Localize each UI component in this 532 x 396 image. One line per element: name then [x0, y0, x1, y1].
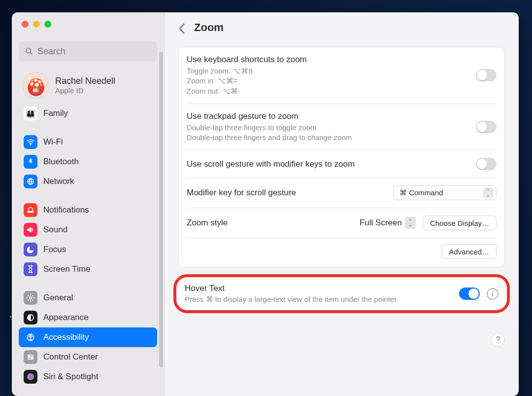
globe-icon	[24, 175, 37, 188]
select-value: ⌘ Command	[399, 188, 443, 197]
system-settings-window: 🍄 Rachel Needell Apple ID 👨‍👩‍👦 Family W…	[12, 12, 519, 396]
toggle-trackpad-gesture[interactable]	[476, 121, 497, 133]
sidebar-item-sound[interactable]: Sound	[19, 220, 157, 240]
sidebar-item-appearance[interactable]: Appearance	[19, 308, 157, 327]
svg-line-1	[30, 52, 32, 54]
bell-icon	[24, 203, 37, 217]
toggle-hover-text[interactable]	[459, 288, 480, 300]
sidebar-item-wi-fi[interactable]: Wi-Fi	[19, 132, 157, 152]
gear-icon	[24, 291, 37, 305]
svg-point-0	[26, 48, 31, 53]
sidebar-scrollbar[interactable]	[159, 52, 163, 367]
sidebar-item-control-center[interactable]: Control Center	[19, 347, 157, 367]
hover-text-title: Hover Text	[185, 284, 452, 293]
sidebar-item-bluetooth[interactable]: Bluetooth	[19, 152, 157, 172]
sidebar-item-screen-time[interactable]: Screen Time	[19, 259, 157, 279]
button-label: Choose Display…	[430, 219, 489, 227]
sidebar-item-label: Network	[43, 177, 74, 186]
👥-icon: 👨‍👩‍👦	[24, 107, 37, 120]
row-title: Use trackpad gesture to zoom	[187, 111, 476, 121]
header: Zoom	[165, 12, 519, 41]
sidebar-item-siri-spotlight[interactable]: Siri & Spotlight	[19, 367, 157, 387]
row-title: Use keyboard shortcuts to zoom	[187, 55, 476, 65]
row-keyboard-shortcuts: Use keyboard shortcuts to zoom Toggle zo…	[187, 47, 497, 104]
row-modifier-key: Modifier key for scroll gesture ⌘ Comman…	[187, 178, 497, 208]
svg-rect-5	[28, 212, 33, 213]
profile-name: Rachel Needell	[55, 76, 115, 86]
advanced-button[interactable]: Advanced…	[441, 244, 497, 259]
info-icon[interactable]: i	[487, 288, 499, 300]
chevron-up-down-icon: ⌃⌄	[483, 187, 493, 198]
row-title: Modifier key for scroll gesture	[187, 188, 393, 198]
sidebar-item-label: Appearance	[43, 313, 89, 323]
row-advanced: Advanced…	[187, 238, 497, 267]
sidebar-item-label: Siri & Spotlight	[43, 372, 99, 382]
sidebar-item-label: Notifications	[43, 205, 89, 215]
avatar: 🍄	[23, 72, 49, 99]
select-value: Full Screen	[360, 218, 402, 228]
sidebar-item-label: Control Center	[43, 352, 98, 362]
hover-text-card: Hover Text Press ⌘ to display a large-te…	[175, 276, 508, 311]
svg-point-9	[30, 335, 32, 336]
row-title: Use scroll gesture with modifier keys to…	[187, 159, 476, 169]
svg-rect-4	[29, 208, 33, 212]
zoom-style-select[interactable]: Full Screen ⌃⌄	[360, 217, 416, 229]
wifi-icon	[24, 135, 37, 149]
fullscreen-window-button[interactable]	[44, 21, 51, 28]
svg-point-14	[27, 373, 34, 380]
row-desc: Toggle zoom: ⌥⌘8 Zoom in: ⌥⌘= Zoom out: …	[187, 66, 476, 96]
toggle-keyboard-shortcuts[interactable]	[476, 69, 497, 81]
choose-display-button[interactable]: Choose Display…	[423, 216, 497, 230]
svg-point-6	[30, 297, 32, 299]
sidebar-item-notifications[interactable]: Notifications	[19, 200, 157, 220]
sidebar-list: 👨‍👩‍👦 Family Wi-Fi Bluetooth Network Not…	[12, 104, 164, 387]
sidebar-item-accessibility[interactable]: Accessibility	[19, 327, 157, 347]
sidebar-item-network[interactable]: Network	[19, 172, 157, 191]
page-title: Zoom	[194, 21, 224, 34]
sidebar-item-label: Bluetooth	[43, 157, 79, 167]
minimize-window-button[interactable]	[33, 21, 40, 28]
close-window-button[interactable]	[22, 21, 29, 28]
row-desc: Double-tap three fingers to toggle zoom …	[187, 123, 476, 143]
sidebar-item-label: Family	[43, 108, 68, 118]
row-zoom-style: Zoom style Full Screen ⌃⌄ Choose Display…	[187, 208, 497, 238]
search-field[interactable]	[19, 41, 157, 61]
sidebar-item-label: Focus	[43, 245, 66, 254]
modifier-key-select[interactable]: ⌘ Command ⌃⌄	[393, 185, 497, 200]
main-pane: Zoom Use keyboard shortcuts to zoom Togg…	[165, 12, 519, 396]
button-label: Advanced…	[449, 248, 489, 256]
toggle-scroll-gesture[interactable]	[476, 158, 497, 170]
sidebar-item-family[interactable]: 👨‍👩‍👦 Family	[19, 104, 157, 123]
apple-id-row[interactable]: 🍄 Rachel Needell Apple ID	[23, 72, 157, 99]
svg-point-2	[30, 144, 31, 145]
zoom-options-card: Use keyboard shortcuts to zoom Toggle zo…	[178, 47, 505, 267]
row-trackpad-gesture: Use trackpad gesture to zoom Double-tap …	[187, 104, 497, 151]
chevron-up-down-icon: ⌃⌄	[405, 217, 416, 229]
back-button[interactable]	[178, 23, 187, 32]
search-input[interactable]	[37, 46, 151, 57]
sidebar-item-focus[interactable]: Focus	[19, 240, 157, 259]
moon-icon	[24, 243, 37, 256]
sidebar-item-label: Screen Time	[43, 264, 90, 274]
profile-sub: Apple ID	[55, 86, 115, 95]
hour-icon	[24, 262, 37, 276]
sidebar-item-label: Sound	[43, 225, 67, 235]
window-controls	[12, 12, 164, 28]
hover-text-desc: Press ⌘ to display a large-text view of …	[185, 295, 452, 304]
appr-icon	[24, 311, 37, 324]
row-scroll-gesture: Use scroll gesture with modifier keys to…	[187, 150, 497, 178]
help-button[interactable]: ?	[491, 333, 505, 347]
svg-point-13	[31, 358, 32, 359]
siri-icon	[24, 370, 37, 384]
search-icon	[25, 47, 33, 56]
acc-icon	[24, 330, 37, 344]
sidebar-item-general[interactable]: General	[19, 288, 157, 308]
sidebar-item-label: Accessibility	[43, 332, 89, 342]
sidebar: 🍄 Rachel Needell Apple ID 👨‍👩‍👦 Family W…	[12, 12, 165, 396]
row-title: Zoom style	[187, 218, 360, 228]
svg-point-12	[29, 355, 30, 356]
sidebar-item-label: Wi-Fi	[43, 137, 63, 147]
cc-icon	[24, 350, 37, 364]
help-icon: ?	[496, 335, 500, 344]
sidebar-item-label: General	[43, 293, 73, 303]
